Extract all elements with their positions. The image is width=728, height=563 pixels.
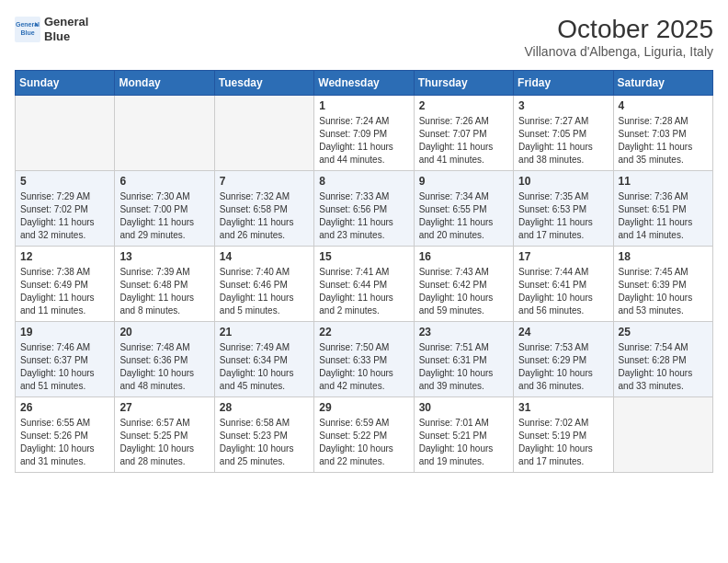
logo: General Blue General Blue xyxy=(15,15,88,43)
calendar-cell: 31Sunrise: 7:02 AMSunset: 5:19 PMDayligh… xyxy=(514,397,613,473)
calendar-cell: 28Sunrise: 6:58 AMSunset: 5:23 PMDayligh… xyxy=(214,397,313,473)
calendar-cell: 15Sunrise: 7:41 AMSunset: 6:44 PMDayligh… xyxy=(314,247,414,322)
day-info: Sunrise: 7:41 AMSunset: 6:44 PMDaylight:… xyxy=(319,266,408,317)
calendar-cell: 25Sunrise: 7:54 AMSunset: 6:28 PMDayligh… xyxy=(613,322,712,397)
calendar-cell xyxy=(214,96,313,171)
day-number: 7 xyxy=(220,175,309,188)
day-number: 29 xyxy=(319,401,408,414)
day-info: Sunrise: 6:55 AMSunset: 5:26 PMDaylight:… xyxy=(20,417,109,468)
calendar-cell: 14Sunrise: 7:40 AMSunset: 6:46 PMDayligh… xyxy=(214,247,313,322)
day-info: Sunrise: 7:36 AMSunset: 6:51 PMDaylight:… xyxy=(619,190,708,242)
day-number: 23 xyxy=(419,326,508,339)
calendar-cell: 27Sunrise: 6:57 AMSunset: 5:25 PMDayligh… xyxy=(115,397,214,473)
day-number: 19 xyxy=(20,326,109,339)
calendar-cell xyxy=(115,96,214,171)
day-info: Sunrise: 7:02 AMSunset: 5:19 PMDaylight:… xyxy=(518,417,608,468)
calendar-cell: 3Sunrise: 7:27 AMSunset: 7:05 PMDaylight… xyxy=(514,96,613,171)
calendar-cell xyxy=(613,397,712,473)
weekday-header-row: SundayMondayTuesdayWednesdayThursdayFrid… xyxy=(16,71,713,96)
week-row-1: 1Sunrise: 7:24 AMSunset: 7:09 PMDaylight… xyxy=(16,96,713,171)
calendar-cell: 9Sunrise: 7:34 AMSunset: 6:55 PMDaylight… xyxy=(414,171,513,247)
calendar-cell: 22Sunrise: 7:50 AMSunset: 6:33 PMDayligh… xyxy=(314,322,414,397)
day-number: 16 xyxy=(419,250,508,263)
day-info: Sunrise: 7:24 AMSunset: 7:09 PMDaylight:… xyxy=(319,115,408,167)
calendar-cell: 24Sunrise: 7:53 AMSunset: 6:29 PMDayligh… xyxy=(514,322,613,397)
logo-text: General Blue xyxy=(44,15,88,43)
calendar-cell: 5Sunrise: 7:29 AMSunset: 7:02 PMDaylight… xyxy=(16,171,115,247)
calendar-cell: 4Sunrise: 7:28 AMSunset: 7:03 PMDaylight… xyxy=(613,96,712,171)
week-row-5: 26Sunrise: 6:55 AMSunset: 5:26 PMDayligh… xyxy=(16,397,713,473)
calendar-cell: 21Sunrise: 7:49 AMSunset: 6:34 PMDayligh… xyxy=(214,322,313,397)
day-number: 3 xyxy=(518,99,608,112)
day-number: 20 xyxy=(119,326,209,339)
svg-text:Blue: Blue xyxy=(20,29,34,36)
day-number: 26 xyxy=(20,401,109,414)
weekday-header-monday: Monday xyxy=(115,71,214,96)
day-info: Sunrise: 7:27 AMSunset: 7:05 PMDaylight:… xyxy=(518,115,608,167)
calendar-cell: 26Sunrise: 6:55 AMSunset: 5:26 PMDayligh… xyxy=(16,397,115,473)
day-number: 2 xyxy=(419,99,508,112)
weekday-header-tuesday: Tuesday xyxy=(214,71,313,96)
day-number: 21 xyxy=(220,326,309,339)
day-number: 24 xyxy=(518,326,608,339)
day-info: Sunrise: 7:35 AMSunset: 6:53 PMDaylight:… xyxy=(518,190,608,242)
day-info: Sunrise: 7:39 AMSunset: 6:48 PMDaylight:… xyxy=(119,266,209,317)
day-number: 14 xyxy=(220,250,309,263)
week-row-3: 12Sunrise: 7:38 AMSunset: 6:49 PMDayligh… xyxy=(16,247,713,322)
day-info: Sunrise: 7:48 AMSunset: 6:36 PMDaylight:… xyxy=(119,341,209,393)
title-block: October 2025 Villanova d'Albenga, Liguri… xyxy=(524,15,713,59)
day-number: 30 xyxy=(419,401,508,414)
day-number: 1 xyxy=(319,99,408,112)
day-info: Sunrise: 7:50 AMSunset: 6:33 PMDaylight:… xyxy=(319,341,408,393)
day-number: 17 xyxy=(518,250,608,263)
weekday-header-sunday: Sunday xyxy=(16,71,115,96)
day-number: 4 xyxy=(619,99,708,112)
day-number: 31 xyxy=(518,401,608,414)
week-row-2: 5Sunrise: 7:29 AMSunset: 7:02 PMDaylight… xyxy=(16,171,713,247)
day-number: 9 xyxy=(419,175,508,188)
day-number: 13 xyxy=(119,250,209,263)
calendar-cell xyxy=(16,96,115,171)
calendar-table: SundayMondayTuesdayWednesdayThursdayFrid… xyxy=(15,70,713,473)
location: Villanova d'Albenga, Liguria, Italy xyxy=(524,44,713,59)
day-number: 18 xyxy=(619,250,708,263)
day-number: 25 xyxy=(619,326,708,339)
calendar-cell: 23Sunrise: 7:51 AMSunset: 6:31 PMDayligh… xyxy=(414,322,513,397)
day-number: 6 xyxy=(119,175,209,188)
day-info: Sunrise: 7:51 AMSunset: 6:31 PMDaylight:… xyxy=(419,341,508,393)
page-header: General Blue General Blue October 2025 V… xyxy=(15,15,713,59)
week-row-4: 19Sunrise: 7:46 AMSunset: 6:37 PMDayligh… xyxy=(16,322,713,397)
day-number: 11 xyxy=(619,175,708,188)
weekday-header-friday: Friday xyxy=(514,71,613,96)
weekday-header-wednesday: Wednesday xyxy=(314,71,414,96)
day-info: Sunrise: 7:53 AMSunset: 6:29 PMDaylight:… xyxy=(518,341,608,393)
calendar-cell: 30Sunrise: 7:01 AMSunset: 5:21 PMDayligh… xyxy=(414,397,513,473)
calendar-cell: 2Sunrise: 7:26 AMSunset: 7:07 PMDaylight… xyxy=(414,96,513,171)
day-info: Sunrise: 7:33 AMSunset: 6:56 PMDaylight:… xyxy=(319,190,408,242)
day-info: Sunrise: 6:57 AMSunset: 5:25 PMDaylight:… xyxy=(119,417,209,468)
calendar-cell: 17Sunrise: 7:44 AMSunset: 6:41 PMDayligh… xyxy=(514,247,613,322)
logo-icon: General Blue xyxy=(15,17,40,42)
day-info: Sunrise: 7:28 AMSunset: 7:03 PMDaylight:… xyxy=(619,115,708,167)
day-number: 27 xyxy=(119,401,209,414)
day-number: 15 xyxy=(319,250,408,263)
day-info: Sunrise: 7:01 AMSunset: 5:21 PMDaylight:… xyxy=(419,417,508,468)
weekday-header-thursday: Thursday xyxy=(414,71,513,96)
day-info: Sunrise: 7:43 AMSunset: 6:42 PMDaylight:… xyxy=(419,266,508,317)
day-info: Sunrise: 7:30 AMSunset: 7:00 PMDaylight:… xyxy=(119,190,209,242)
day-number: 12 xyxy=(20,250,109,263)
day-info: Sunrise: 7:49 AMSunset: 6:34 PMDaylight:… xyxy=(220,341,309,393)
calendar-cell: 12Sunrise: 7:38 AMSunset: 6:49 PMDayligh… xyxy=(16,247,115,322)
calendar-cell: 20Sunrise: 7:48 AMSunset: 6:36 PMDayligh… xyxy=(115,322,214,397)
calendar-cell: 6Sunrise: 7:30 AMSunset: 7:00 PMDaylight… xyxy=(115,171,214,247)
day-number: 22 xyxy=(319,326,408,339)
day-number: 28 xyxy=(220,401,309,414)
month-title: October 2025 xyxy=(524,15,713,44)
calendar-cell: 13Sunrise: 7:39 AMSunset: 6:48 PMDayligh… xyxy=(115,247,214,322)
day-info: Sunrise: 7:32 AMSunset: 6:58 PMDaylight:… xyxy=(220,190,309,242)
calendar-cell: 10Sunrise: 7:35 AMSunset: 6:53 PMDayligh… xyxy=(514,171,613,247)
day-info: Sunrise: 6:58 AMSunset: 5:23 PMDaylight:… xyxy=(220,417,309,468)
day-info: Sunrise: 7:54 AMSunset: 6:28 PMDaylight:… xyxy=(619,341,708,393)
day-info: Sunrise: 6:59 AMSunset: 5:22 PMDaylight:… xyxy=(319,417,408,468)
day-info: Sunrise: 7:26 AMSunset: 7:07 PMDaylight:… xyxy=(419,115,508,167)
